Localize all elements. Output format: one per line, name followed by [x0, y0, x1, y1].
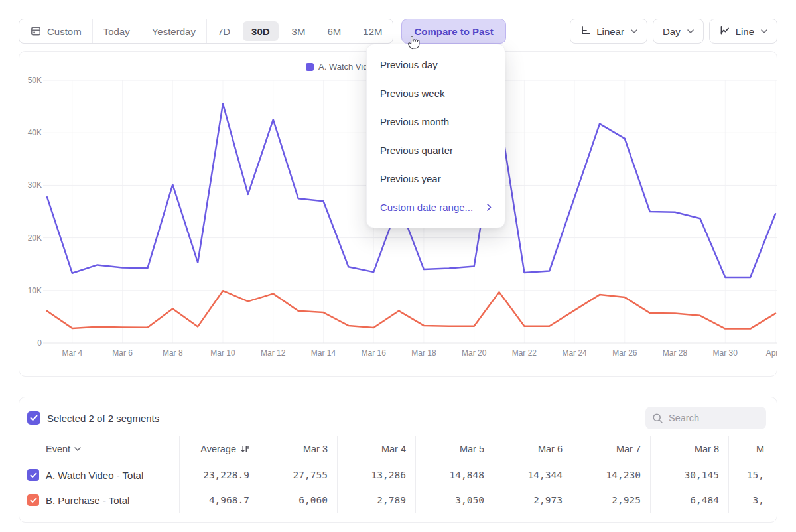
cell-value: 2,973 — [533, 495, 563, 505]
event-column-header[interactable]: Event — [19, 436, 180, 462]
segment-label-cell: B. Purchase - Total — [19, 488, 180, 513]
date-column-header[interactable]: Mar 3 — [259, 436, 338, 462]
menu-item-label: Previous year — [380, 173, 441, 184]
y-tick-label: 10K — [28, 286, 42, 295]
x-tick-label: Mar 28 — [663, 348, 688, 358]
date-range-12m[interactable]: 12M — [352, 19, 393, 43]
x-tick-label: Mar 18 — [411, 348, 436, 358]
search-box[interactable] — [645, 407, 766, 429]
menu-item-custom-date-range[interactable]: Custom date range... — [367, 193, 505, 222]
date-header-label: M — [756, 444, 764, 454]
line-chart-icon — [719, 25, 730, 38]
check-icon — [30, 498, 37, 503]
date-header-label: Mar 3 — [303, 444, 328, 454]
date-column-header[interactable]: Mar 8 — [651, 436, 729, 462]
menu-item-label: Previous month — [380, 116, 449, 127]
value-cell: 27,755 — [259, 462, 338, 488]
y-tick-label: 0 — [37, 338, 42, 348]
date-column-header[interactable]: Mar 6 — [494, 436, 572, 462]
scale-label: Linear — [596, 26, 624, 37]
calendar-icon — [30, 25, 42, 37]
clipped-value-cell: 15, — [729, 462, 764, 488]
interval-dropdown[interactable]: Day — [653, 19, 704, 44]
date-range-label: Today — [103, 26, 130, 37]
x-tick-label: Mar 12 — [261, 348, 286, 358]
date-header-label: Mar 6 — [538, 444, 563, 454]
chevron-down-icon — [761, 29, 767, 33]
cell-value: 27,755 — [293, 470, 328, 480]
date-range-label: Yesterday — [152, 26, 196, 37]
date-range-custom[interactable]: Custom — [19, 19, 92, 43]
segment-row-watch-video[interactable]: A. Watch Video - Total23,228.927,75513,2… — [19, 462, 777, 488]
average-column-header[interactable]: Average — [180, 436, 259, 462]
value-cell: 14,848 — [416, 462, 494, 488]
segment-checkbox[interactable] — [27, 494, 39, 506]
x-tick-label: Apr 1 — [766, 348, 777, 358]
x-tick-label: Mar 10 — [210, 348, 235, 358]
date-range-30d[interactable]: 30D — [243, 21, 279, 41]
compare-to-past-button[interactable]: Compare to Past — [401, 19, 505, 44]
value-cell: 14,344 — [494, 462, 572, 488]
date-header-label: Mar 8 — [695, 444, 719, 454]
date-range-7d[interactable]: 7D — [206, 19, 241, 43]
date-header-label: Mar 7 — [616, 444, 641, 454]
scale-dropdown[interactable]: Linear — [570, 19, 647, 44]
sort-descending-icon[interactable] — [240, 444, 249, 454]
cell-value: 14,848 — [450, 470, 484, 480]
select-all-checkbox[interactable] — [27, 411, 40, 425]
segment-name: A. Watch Video - Total — [46, 470, 143, 481]
x-tick-label: Mar 26 — [612, 348, 637, 358]
clipped-column-header: M — [729, 436, 764, 462]
search-icon — [652, 413, 663, 424]
cell-value: 13,286 — [371, 470, 406, 480]
linear-axes-icon — [580, 25, 591, 38]
value-cell: 14,230 — [572, 462, 651, 488]
selected-segments-text: Selected 2 of 2 segments — [47, 413, 159, 424]
date-range-3m[interactable]: 3M — [281, 19, 316, 43]
x-tick-label: Mar 16 — [362, 348, 387, 358]
menu-item-previous-day[interactable]: Previous day — [367, 50, 505, 79]
menu-item-previous-week[interactable]: Previous week — [367, 79, 505, 107]
cell-value: 3, — [753, 495, 764, 505]
value-cell: 6,484 — [651, 488, 729, 513]
value-cell: 6,060 — [259, 488, 338, 513]
menu-item-label: Previous quarter — [380, 145, 453, 156]
date-range-today[interactable]: Today — [92, 19, 141, 43]
check-icon — [30, 472, 37, 478]
average-header-label: Average — [200, 444, 236, 454]
cell-value: 30,145 — [685, 470, 719, 480]
segment-checkbox[interactable] — [27, 469, 39, 481]
toolbar: CustomTodayYesterday7D30D3M6M12M Compare… — [19, 19, 777, 44]
chart-type-dropdown[interactable]: Line — [709, 19, 777, 44]
x-tick-label: Mar 30 — [713, 348, 738, 358]
cell-value: 14,230 — [606, 470, 641, 480]
segments-header: Selected 2 of 2 segments — [19, 397, 777, 436]
menu-item-previous-quarter[interactable]: Previous quarter — [367, 136, 505, 165]
menu-item-previous-month[interactable]: Previous month — [367, 107, 505, 136]
date-column-header[interactable]: Mar 5 — [416, 436, 494, 462]
date-range-6m[interactable]: 6M — [316, 19, 352, 43]
cell-value: 6,484 — [690, 495, 719, 505]
x-tick-label: Mar 6 — [112, 348, 133, 358]
date-range-yesterday[interactable]: Yesterday — [141, 19, 206, 43]
date-column-header[interactable]: Mar 7 — [572, 436, 651, 462]
table-header-row: EventAverageMar 3Mar 4Mar 5Mar 6Mar 7Mar… — [19, 436, 777, 462]
segment-name: B. Purchase - Total — [46, 495, 129, 506]
check-icon — [30, 415, 38, 421]
chevron-down-icon — [631, 29, 637, 33]
cell-value: 15, — [747, 470, 764, 480]
value-cell: 13,286 — [338, 462, 416, 488]
x-tick-label: Mar 22 — [512, 348, 537, 358]
y-tick-label: 50K — [28, 76, 42, 85]
menu-item-label: Previous day — [380, 59, 438, 70]
x-tick-label: Mar 4 — [62, 348, 83, 358]
search-input[interactable] — [669, 413, 755, 423]
cell-value: 3,050 — [455, 495, 484, 505]
x-tick-label: Mar 24 — [562, 348, 587, 358]
menu-item-label: Custom date range... — [380, 202, 473, 213]
segment-row-purchase[interactable]: B. Purchase - Total4,968.76,0602,7893,05… — [19, 488, 777, 513]
menu-item-previous-year[interactable]: Previous year — [367, 165, 505, 193]
date-column-header[interactable]: Mar 4 — [338, 436, 416, 462]
cell-value: 14,344 — [528, 470, 563, 480]
series-line-b[interactable] — [47, 291, 775, 328]
